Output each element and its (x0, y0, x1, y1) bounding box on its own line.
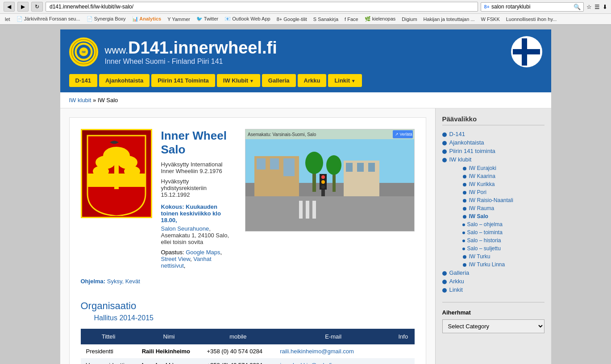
bookmark-digium[interactable]: Digium (399, 16, 419, 23)
sidebar-link-kaarina[interactable]: IW Kaarina (469, 173, 495, 179)
breadcrumb-parent-link[interactable]: IW klubit (69, 97, 91, 103)
sidebar-item-turku-linna: IW Turku Linna (456, 261, 544, 268)
nav-galleria[interactable]: Galleria (262, 74, 296, 87)
sidebar-item-iwklubit: IW klubit (442, 156, 544, 163)
search-icon: 🔍 (574, 4, 581, 10)
bookmark-face[interactable]: f Face (342, 16, 361, 23)
header-title: www.D141.innerwheel.fi Inner Wheel Suomi… (105, 38, 277, 66)
sidebar-link-pori[interactable]: IW Pori (469, 189, 486, 195)
club-info: Inner Wheel Salo Hyväksytty Internationa… (161, 129, 236, 269)
nav-arkku[interactable]: Arkku (298, 74, 327, 87)
refresh-button[interactable]: ↻ (31, 2, 43, 12)
sidebar-link-salo[interactable]: IW Salo (469, 213, 488, 219)
svg-text:↗ Verlätä: ↗ Verlätä (395, 132, 412, 136)
nav-linkit[interactable]: Linkit (328, 74, 362, 87)
club-date2: Hyväksytty yhdistysrekisteriin 15.12.199… (161, 178, 236, 198)
search-input[interactable] (491, 4, 572, 10)
sidebar-link-d141[interactable]: D-141 (449, 131, 465, 137)
email-link[interactable]: raili.heikinheimo@gmail.com (280, 348, 354, 355)
street-scene: Asemakatu: Varsinais-Suomi, Salo ↗ Verlä… (245, 129, 414, 231)
sidebar-item-ajankohtaista: Ajankohtaista (442, 139, 544, 146)
bookmark-synergia[interactable]: 📄 Synergia Boxy (84, 15, 128, 23)
aiherhmat-title: Aiherhmat (442, 309, 544, 316)
sidebar-link-salo-ohjelma[interactable]: Salo – ohjelma (467, 221, 503, 228)
bookmark-outlook[interactable]: 📧 Outlook Web App (222, 15, 272, 23)
bookmark-yammer[interactable]: Y Yammer (165, 16, 192, 23)
sidebar-link-salo-toiminta[interactable]: Salo – toiminta (467, 229, 503, 236)
sidebar-link-salo-historia[interactable]: Salo – historia (467, 237, 501, 244)
nav-iwklubit[interactable]: IW Klubit (217, 74, 260, 87)
content-layout: Inner Wheel Salo Hyväksytty Internationa… (60, 108, 551, 364)
sidebar-link-linkit[interactable]: Linkit (449, 286, 463, 293)
sidebar-link-iwklubit[interactable]: IW klubit (449, 156, 472, 163)
location-link[interactable]: Salon Seurahuone (161, 225, 209, 232)
sidebar-title: Päävalikko (442, 115, 544, 125)
sub-bullet-icon (463, 183, 466, 186)
kevat-link[interactable]: Kevät (125, 278, 140, 285)
star-icon[interactable]: ☆ (586, 4, 592, 10)
site-name: www.D141.innerwheel.fi (105, 38, 277, 58)
sidebar-item-salo-ohjelma: Salo – ohjelma (462, 221, 544, 228)
sidebar-menu: D-141 Ajankohtaista Piirin 141 toiminta … (442, 131, 544, 293)
browser-chrome: ◀ ▶ ↻ 8+ 🔍 ☆ ☰ ⬇ let 📄 Järkivihreä Forss… (0, 0, 611, 25)
cell-nimi: Raili Heikinheimo (137, 344, 202, 358)
members-table: Titteli Nimi mobile E-mail Info Presiden… (81, 329, 415, 364)
sidebar-link-galleria[interactable]: Galleria (449, 269, 470, 276)
street-view-link[interactable]: Street View (161, 256, 191, 262)
syksy-link[interactable]: Syksy (107, 278, 122, 285)
sub-bullet-icon (463, 167, 466, 170)
sub-bullet-icon (463, 199, 466, 203)
cell-nimi: Irma Laakkio (137, 358, 202, 364)
bookmark-analytics[interactable]: 📊 Analytics (130, 15, 164, 23)
back-button[interactable]: ◀ (4, 2, 15, 12)
ohjelma-links: Syksy, Kevät (107, 278, 140, 285)
sidebar-link-eurajoki[interactable]: IW Eurajoki (469, 165, 496, 171)
forward-button[interactable]: ▶ (17, 2, 29, 12)
svg-point-13 (93, 166, 109, 177)
bookmark-kielenopas[interactable]: 🌿 kielenopas (362, 15, 398, 23)
bookmark-sanakirja[interactable]: S Sanakirja (311, 16, 341, 23)
sidebar-link-arkku[interactable]: Arkku (449, 278, 464, 285)
svg-rect-25 (368, 163, 375, 172)
bookmark-luonnollisesti[interactable]: Luonnollisesti ihon hy... (504, 16, 559, 23)
bookmark-google[interactable]: 8+ Google-tilit (274, 16, 309, 23)
sidebar-link-turku-linna[interactable]: IW Turku Linna (469, 261, 505, 268)
sidebar-link-raisio[interactable]: IW Raisio-Naantali (469, 197, 513, 203)
site-subtitle: Inner Wheel Suomi - Finland Piiri 141 (105, 58, 277, 66)
search-provider-icon: 8+ (484, 4, 490, 9)
coat-svg (83, 131, 150, 216)
download-icon[interactable]: ⬇ (603, 4, 607, 10)
bookmark-hakijan[interactable]: Hakijan ja toteuttajan ... (421, 16, 477, 23)
bookmark-let[interactable]: let (3, 16, 12, 23)
svg-point-14 (124, 166, 140, 177)
nav-d141[interactable]: D-141 (69, 74, 97, 87)
sidebar-link-kurikka[interactable]: IW Kurikka (469, 181, 495, 187)
site-wrapper: IW www.D141.innerwheel.fi Inner Wheel Su… (0, 25, 611, 364)
club-header: Inner Wheel Salo Hyväksytty Internationa… (81, 129, 236, 269)
svg-point-29 (326, 155, 341, 175)
sidebar-link-turku[interactable]: IW Turku (469, 253, 490, 260)
email-link[interactable]: irma.laakkio@salo.fi (280, 362, 332, 364)
sidebar-link-piiri[interactable]: Piirin 141 toiminta (449, 148, 495, 154)
sidebar-item-salo-historia: Salo – historia (462, 237, 544, 244)
svg-rect-7 (522, 38, 527, 66)
nav-piiri141[interactable]: Piirin 141 Toiminta (151, 74, 215, 87)
address-input[interactable] (46, 2, 478, 12)
sidebar-item-raisio: IW Raisio-Naantali (456, 197, 544, 203)
bullet-icon (442, 132, 447, 137)
bookmark-fskk[interactable]: W FSKK (479, 16, 502, 23)
menu-icon[interactable]: ☰ (594, 4, 600, 10)
sidebar-link-salo-suljettu[interactable]: Salo – suljettu (467, 245, 501, 252)
bookmark-twitter[interactable]: 🐦 Twitter (194, 15, 220, 23)
content-top-section: Inner Wheel Salo Hyväksytty Internationa… (81, 129, 415, 291)
search-box: 8+ 🔍 (481, 2, 584, 12)
bullet-icon (442, 288, 447, 293)
category-select[interactable]: Select Category (442, 319, 544, 333)
sidebar-link-rauma[interactable]: IW Rauma (469, 205, 495, 211)
nav-ajankohtaista[interactable]: Ajankohtaista (99, 74, 150, 87)
sidebar-link-ajankohtaista[interactable]: Ajankohtaista (449, 139, 484, 146)
svg-rect-21 (283, 158, 295, 176)
bookmark-jarkivihrea[interactable]: 📄 Järkivihreä Forssan seu... (14, 15, 83, 23)
google-maps-link[interactable]: Google Maps (186, 249, 220, 256)
cell-mobile: +358 (0) 40 574 0284 (201, 344, 274, 358)
